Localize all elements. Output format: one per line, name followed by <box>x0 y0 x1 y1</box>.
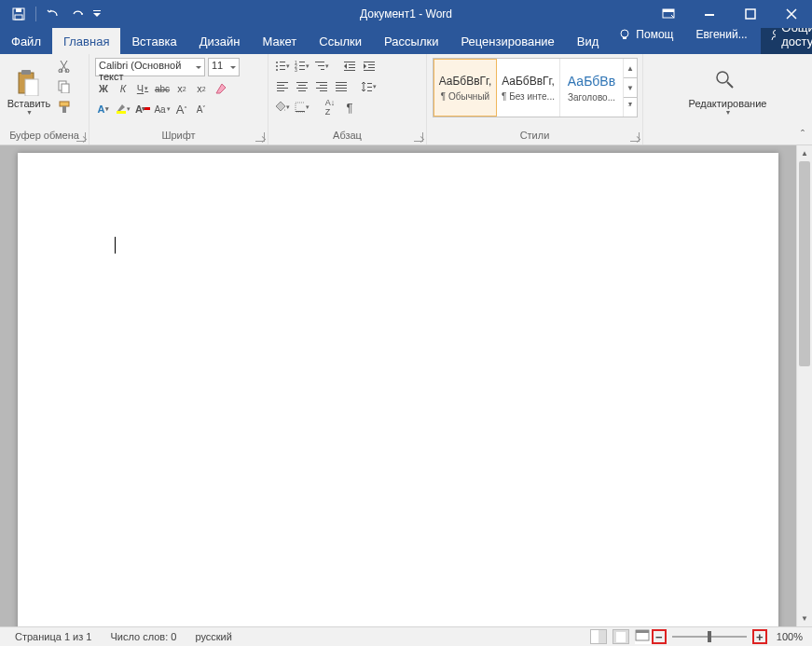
lightbulb-icon <box>619 29 630 40</box>
svg-rect-61 <box>367 83 372 84</box>
svg-rect-14 <box>25 79 38 96</box>
language-status[interactable]: русский <box>186 631 241 642</box>
bold-button[interactable]: Ж <box>95 80 112 97</box>
svg-rect-7 <box>705 14 714 16</box>
svg-rect-37 <box>344 62 355 62</box>
styles-up-icon[interactable]: ▲ <box>624 59 637 78</box>
line-spacing-icon[interactable]: ▾ <box>361 78 378 95</box>
change-case-icon[interactable]: Aa▾ <box>154 101 171 117</box>
styles-launcher-icon[interactable] <box>630 132 640 142</box>
decrease-indent-icon[interactable] <box>341 58 358 75</box>
increase-indent-icon[interactable] <box>361 58 378 75</box>
shading-icon[interactable]: ▾ <box>274 99 291 116</box>
svg-rect-1 <box>16 8 21 12</box>
align-left-icon[interactable] <box>274 78 291 95</box>
zoom-slider[interactable] <box>672 636 747 638</box>
paste-button[interactable]: Вставить ▼ <box>6 56 52 130</box>
vertical-scrollbar[interactable]: ▲ ▼ <box>796 145 812 626</box>
align-center-icon[interactable] <box>294 78 310 95</box>
justify-icon[interactable] <box>333 78 350 95</box>
tell-me[interactable]: Помощ <box>610 28 682 41</box>
ribbon-display-options-icon[interactable] <box>648 0 689 28</box>
tab-mailings[interactable]: Рассылки <box>373 28 449 54</box>
page-status[interactable]: Страница 1 из 1 <box>6 631 101 642</box>
paste-icon <box>16 70 42 96</box>
read-mode-icon[interactable] <box>590 629 607 644</box>
text-effects-icon[interactable]: A▾ <box>95 101 112 117</box>
shrink-font-icon[interactable]: A˅ <box>193 101 210 117</box>
clipboard-launcher-icon[interactable] <box>76 132 86 142</box>
scroll-down-icon[interactable]: ▼ <box>797 611 812 626</box>
cut-icon[interactable] <box>56 58 73 75</box>
style-preview: АаБбВв <box>568 74 615 89</box>
style-name: ¶ Без инте... <box>502 91 555 102</box>
scroll-up-icon[interactable]: ▲ <box>797 145 812 161</box>
svg-rect-34 <box>315 62 324 62</box>
zoom-slider-thumb[interactable] <box>708 631 711 642</box>
font-launcher-icon[interactable] <box>255 132 265 142</box>
tell-me-label: Помощ <box>636 28 673 41</box>
save-icon[interactable] <box>7 3 30 25</box>
superscript-button[interactable]: x2 <box>193 80 210 97</box>
numbering-icon[interactable]: 123▾ <box>294 58 310 75</box>
copy-icon[interactable] <box>56 78 73 95</box>
highlight-icon[interactable]: ▾ <box>115 101 131 117</box>
tab-file[interactable]: Файл <box>0 28 52 54</box>
zoom-out-button[interactable]: − <box>652 629 667 644</box>
tab-view[interactable]: Вид <box>566 28 611 54</box>
grow-font-icon[interactable]: A˄ <box>173 101 190 117</box>
user-name[interactable]: Евгений... <box>686 28 756 41</box>
tab-insert[interactable]: Вставка <box>120 28 187 54</box>
web-layout-icon[interactable] <box>635 629 652 644</box>
zoom-level[interactable]: 100% <box>769 631 806 642</box>
italic-button[interactable]: К <box>115 80 131 97</box>
multilevel-list-icon[interactable]: ▾ <box>313 58 330 75</box>
styles-down-icon[interactable]: ▼ <box>624 78 637 98</box>
strikethrough-button[interactable]: abc <box>154 80 171 97</box>
tab-layout[interactable]: Макет <box>251 28 308 54</box>
redo-icon[interactable] <box>66 3 89 25</box>
paste-label: Вставить <box>7 98 51 109</box>
underline-button[interactable]: Ч▾ <box>134 80 151 97</box>
bullets-icon[interactable]: ▾ <box>274 58 291 75</box>
editing-button[interactable]: Редактирование ▼ <box>686 56 770 130</box>
scroll-thumb[interactable] <box>799 161 810 366</box>
borders-icon[interactable]: ▾ <box>294 99 310 116</box>
tab-review[interactable]: Рецензирование <box>449 28 565 54</box>
sort-icon[interactable]: A↓Z <box>322 99 338 116</box>
close-icon[interactable] <box>771 0 812 28</box>
format-painter-icon[interactable] <box>56 99 73 116</box>
subscript-button[interactable]: x2 <box>173 80 190 97</box>
maximize-icon[interactable] <box>730 0 771 28</box>
ribbon-tabs: Файл Главная Вставка Дизайн Макет Ссылки… <box>0 28 812 54</box>
font-size-select[interactable]: 11 <box>208 58 240 76</box>
clear-formatting-icon[interactable] <box>213 80 229 97</box>
page-scroll[interactable] <box>0 145 796 626</box>
tab-references[interactable]: Ссылки <box>308 28 373 54</box>
style-name: Заголово... <box>568 92 615 103</box>
collapse-ribbon-icon[interactable]: ˆ <box>795 128 810 143</box>
show-marks-icon[interactable]: ¶ <box>341 99 358 116</box>
word-count[interactable]: Число слов: 0 <box>101 631 186 642</box>
styles-more-icon[interactable]: ▾‾ <box>624 98 637 117</box>
print-layout-icon[interactable] <box>612 629 629 644</box>
zoom-in-button[interactable]: + <box>752 629 767 644</box>
align-right-icon[interactable] <box>313 78 330 95</box>
svg-rect-39 <box>349 64 355 65</box>
page[interactable] <box>18 153 778 626</box>
svg-rect-33 <box>299 69 305 70</box>
style-no-spacing[interactable]: АаБбВвГг, ¶ Без инте... <box>497 59 560 117</box>
font-color-icon[interactable]: A▾ <box>134 101 151 117</box>
document-area: ▲ ▼ <box>0 145 812 626</box>
styles-label: Стили <box>433 130 637 143</box>
tab-design[interactable]: Дизайн <box>188 28 252 54</box>
qat-customize-icon[interactable] <box>90 3 103 25</box>
font-name-select[interactable]: Calibri (Основной текст <box>95 58 205 76</box>
undo-icon[interactable] <box>42 3 64 25</box>
svg-rect-49 <box>296 82 308 83</box>
style-heading1[interactable]: АаБбВв Заголово... <box>560 59 624 117</box>
paragraph-launcher-icon[interactable] <box>414 132 423 142</box>
minimize-icon[interactable] <box>689 0 730 28</box>
style-normal[interactable]: АаБбВвГг, ¶ Обычный <box>434 59 497 117</box>
tab-home[interactable]: Главная <box>52 28 120 54</box>
